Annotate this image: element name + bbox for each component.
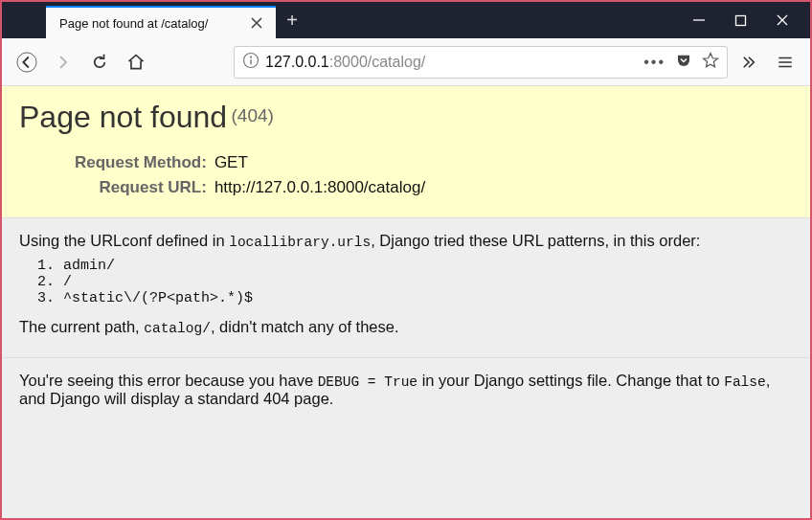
back-button[interactable] [11, 47, 42, 78]
request-method-value: GET [214, 150, 425, 175]
pocket-icon[interactable] [675, 52, 692, 73]
new-tab-button[interactable]: + [276, 2, 308, 38]
request-method-label: Request Method: [75, 150, 214, 175]
outro-text: The current path, catalog/, didn't match… [19, 318, 793, 336]
title-bar: Page not found at /catalog/ + [2, 2, 810, 38]
error-heading: Page not found [19, 100, 227, 134]
url-pattern: ^static\/(?P<path>.*)$ [63, 290, 793, 306]
window-close-icon[interactable] [776, 13, 789, 27]
toolbar: 127.0.0.1:8000/catalog/ ••• [2, 38, 810, 86]
url-pattern: / [63, 274, 793, 290]
url-pattern: admin/ [63, 258, 793, 274]
svg-point-1 [17, 52, 36, 71]
intro-text: Using the URLconf defined in locallibrar… [19, 232, 793, 250]
window-controls [671, 2, 810, 38]
urlconf-module: locallibrary.urls [229, 235, 371, 250]
page-content: Page not found (404) Request Method: GET… [2, 86, 810, 518]
url-host: 127.0.0.1 [265, 54, 329, 70]
svg-rect-0 [736, 15, 746, 25]
url-path: :8000/catalog/ [329, 54, 426, 70]
svg-point-3 [250, 56, 252, 57]
error-status: (404) [232, 105, 274, 125]
request-meta: Request Method: GET Request URL: http://… [75, 150, 425, 200]
urlconf-info: Using the URLconf defined in locallibrar… [2, 218, 810, 358]
tab-title: Page not found at /catalog/ [59, 16, 237, 31]
overflow-chevrons-icon[interactable] [733, 47, 764, 78]
hamburger-menu-icon[interactable] [770, 47, 801, 78]
url-actions: ••• [643, 52, 719, 73]
close-tab-icon[interactable] [247, 13, 266, 33]
page-actions-icon[interactable]: ••• [643, 54, 665, 71]
info-icon[interactable] [242, 52, 259, 73]
request-url-value: http://127.0.0.1:8000/catalog/ [214, 175, 425, 200]
home-button[interactable] [121, 47, 151, 78]
url-bar[interactable]: 127.0.0.1:8000/catalog/ ••• [234, 46, 728, 79]
reload-button[interactable] [84, 47, 115, 78]
maximize-icon[interactable] [734, 14, 747, 27]
error-summary: Page not found (404) Request Method: GET… [2, 86, 810, 218]
debug-explanation: You're seeing this error because you hav… [2, 358, 810, 429]
request-url-label: Request URL: [75, 175, 214, 200]
url-text[interactable]: 127.0.0.1:8000/catalog/ [265, 54, 638, 71]
browser-tab[interactable]: Page not found at /catalog/ [46, 6, 276, 38]
minimize-icon[interactable] [692, 13, 706, 27]
bookmark-star-icon[interactable] [702, 52, 719, 73]
current-path: catalog/ [144, 321, 211, 336]
url-patterns-list: admin/ / ^static\/(?P<path>.*)$ [63, 258, 793, 306]
forward-button[interactable] [48, 47, 79, 78]
debug-text: You're seeing this error because you hav… [19, 372, 793, 408]
